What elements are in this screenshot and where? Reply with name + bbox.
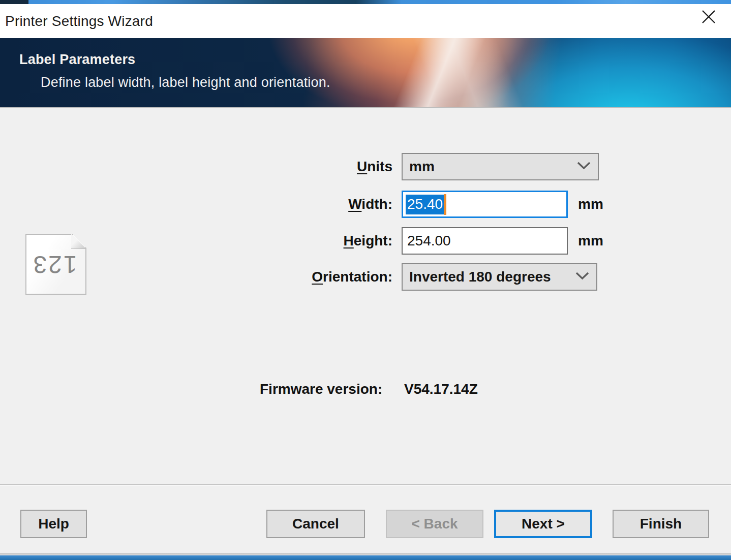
text-caret <box>444 194 446 215</box>
cancel-button[interactable]: Cancel <box>266 510 365 538</box>
inverted-123-text: 123 <box>25 251 83 278</box>
page-title: Label Parameters <box>19 52 135 68</box>
orientation-dropdown[interactable]: Inverted 180 degrees <box>402 263 597 291</box>
chevron-down-icon <box>575 272 589 282</box>
units-label: Units <box>0 159 392 175</box>
title-bar: Printer Settings Wizard <box>0 4 731 38</box>
width-label: Width: <box>0 196 392 212</box>
printer-settings-wizard-dialog: Printer Settings Wizard Label Parameters… <box>0 0 731 560</box>
height-row: Height: mm <box>0 227 731 255</box>
finish-button[interactable]: Finish <box>613 510 709 538</box>
close-button[interactable] <box>695 4 722 30</box>
page-subtitle: Define label width, label height and ori… <box>41 75 330 90</box>
firmware-version-label: Firmware version: <box>260 381 382 397</box>
background-window-edge <box>0 0 731 4</box>
units-dropdown[interactable]: mm <box>402 153 599 180</box>
width-unit-suffix: mm <box>578 196 603 212</box>
back-button[interactable]: < Back <box>386 510 483 538</box>
width-input-selected-text: 25.40 <box>406 195 444 214</box>
label-orientation-preview-icon: 123 <box>25 234 86 295</box>
firmware-version-value: V54.17.14Z <box>404 381 478 397</box>
wizard-banner: Label Parameters Define label width, lab… <box>0 38 731 108</box>
next-button[interactable]: Next > <box>494 510 592 538</box>
chevron-down-icon <box>577 162 591 172</box>
width-row: Width: 25.40 mm <box>0 191 731 218</box>
window-title: Printer Settings Wizard <box>0 13 153 29</box>
units-row: Units mm <box>0 153 731 180</box>
footer-divider <box>0 484 731 485</box>
orientation-row: Orientation: Inverted 180 degrees <box>0 263 731 291</box>
height-unit-suffix: mm <box>578 233 603 249</box>
orientation-dropdown-value: Inverted 180 degrees <box>409 269 575 285</box>
help-button[interactable]: Help <box>20 510 87 538</box>
close-icon <box>701 9 716 26</box>
width-input[interactable]: 25.40 <box>402 191 568 218</box>
units-dropdown-value: mm <box>409 159 577 175</box>
height-input[interactable] <box>402 227 568 255</box>
background-window-bottom-edge <box>0 555 731 560</box>
